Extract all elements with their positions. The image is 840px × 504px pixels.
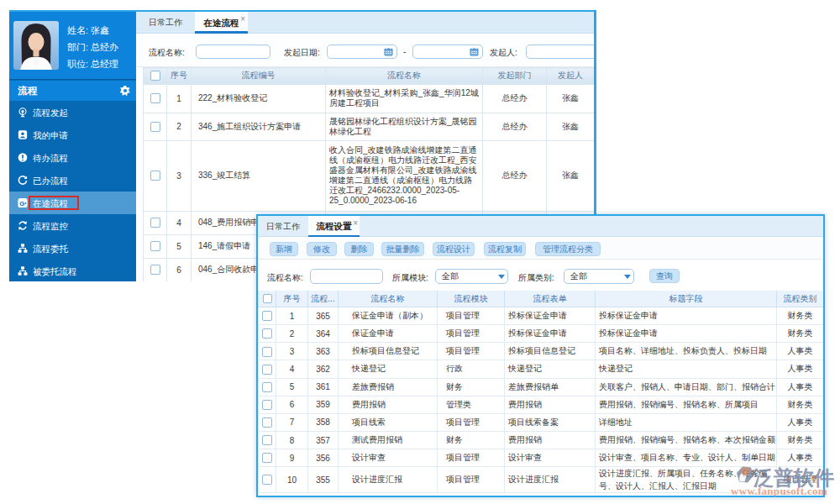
svg-text:www.fanpusoft.com: www.fanpusoft.com	[731, 485, 827, 497]
svg-text:G: G	[19, 200, 24, 207]
